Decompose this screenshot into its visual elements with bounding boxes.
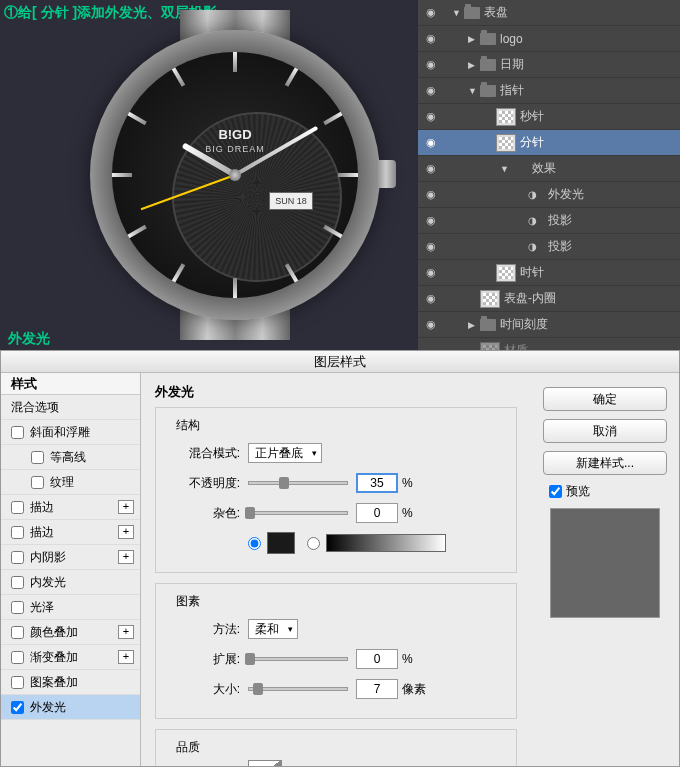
style-checkbox[interactable] [11, 526, 24, 539]
style-checkbox[interactable] [11, 601, 24, 614]
visibility-icon[interactable]: ◉ [422, 32, 440, 45]
visibility-icon[interactable]: ◉ [422, 110, 440, 123]
watch-logo: B!GD [112, 127, 358, 142]
style-list-item[interactable]: 纹理 [1, 470, 140, 495]
preview-label: 预览 [566, 483, 590, 500]
style-list-item[interactable]: 斜面和浮雕 [1, 420, 140, 445]
style-list-item[interactable]: 内发光 [1, 570, 140, 595]
style-item-label: 描边 [30, 520, 54, 545]
style-list-item[interactable]: 颜色叠加+ [1, 620, 140, 645]
style-checkbox[interactable] [11, 576, 24, 589]
style-item-label: 外发光 [30, 695, 66, 720]
visibility-icon[interactable]: ◉ [422, 136, 440, 149]
size-slider[interactable] [248, 687, 348, 691]
expand-arrow[interactable]: ▶ [468, 320, 478, 330]
layer-row[interactable]: ◉◑外发光 [418, 182, 680, 208]
opacity-input[interactable] [356, 473, 398, 493]
glow-gradient[interactable] [326, 534, 446, 552]
layers-panel[interactable]: ◉▼表盘◉▶logo◉▶日期◉▼指针◉秒针◉分针◉▼效果◉◑外发光◉◑投影◉◑投… [418, 0, 680, 350]
style-item-label: 光泽 [30, 595, 54, 620]
visibility-icon[interactable]: ◉ [422, 214, 440, 227]
style-checkbox[interactable] [11, 701, 24, 714]
expand-arrow[interactable]: ▶ [468, 60, 478, 70]
opacity-slider[interactable] [248, 481, 348, 485]
visibility-icon[interactable]: ◉ [422, 188, 440, 201]
noise-input[interactable] [356, 503, 398, 523]
noise-slider[interactable] [248, 511, 348, 515]
add-effect-button[interactable]: + [118, 500, 134, 514]
add-effect-button[interactable]: + [118, 625, 134, 639]
preview-checkbox-row[interactable]: 预览 [549, 483, 667, 500]
style-list-item[interactable]: 外发光 [1, 695, 140, 720]
style-list-item[interactable]: 光泽 [1, 595, 140, 620]
layer-row[interactable]: ◉▶日期 [418, 52, 680, 78]
visibility-icon[interactable]: ◉ [422, 162, 440, 175]
style-checkbox[interactable] [31, 451, 44, 464]
layer-row[interactable]: ◉▶时间刻度 [418, 312, 680, 338]
blend-mode-select[interactable]: 正片叠底 [248, 443, 322, 463]
expand-arrow[interactable]: ▼ [468, 86, 478, 96]
add-effect-button[interactable]: + [118, 650, 134, 664]
ok-button[interactable]: 确定 [543, 387, 667, 411]
preview-checkbox[interactable] [549, 485, 562, 498]
style-list-item[interactable]: 等高线 [1, 445, 140, 470]
visibility-icon[interactable]: ◉ [422, 266, 440, 279]
expand-arrow[interactable]: ▶ [468, 34, 478, 44]
layer-row[interactable]: ◉时针 [418, 260, 680, 286]
style-checkbox[interactable] [11, 426, 24, 439]
visibility-icon[interactable]: ◉ [422, 6, 440, 19]
cancel-button[interactable]: 取消 [543, 419, 667, 443]
style-checkbox[interactable] [11, 501, 24, 514]
gradient-radio[interactable] [307, 537, 320, 550]
layer-row[interactable]: ◉▼指针 [418, 78, 680, 104]
blend-label: 混合模式: [168, 445, 240, 462]
group-quality: 品质 [172, 739, 204, 756]
spread-input[interactable] [356, 649, 398, 669]
layer-row[interactable]: ◉分针 [418, 130, 680, 156]
style-list-item[interactable]: 渐变叠加+ [1, 645, 140, 670]
group-structure: 结构 [172, 417, 204, 434]
size-unit: 像素 [402, 681, 426, 698]
style-list-item[interactable]: 混合选项 [1, 395, 140, 420]
method-select[interactable]: 柔和 [248, 619, 298, 639]
glow-color-swatch[interactable] [267, 532, 295, 554]
new-style-button[interactable]: 新建样式... [543, 451, 667, 475]
contour-swatch[interactable] [248, 760, 282, 766]
visibility-icon[interactable]: ◉ [422, 318, 440, 331]
style-list-item[interactable]: 描边+ [1, 520, 140, 545]
visibility-icon[interactable]: ◉ [422, 84, 440, 97]
noise-label: 杂色: [168, 505, 240, 522]
layer-row[interactable]: ◉▶logo [418, 26, 680, 52]
layer-row[interactable]: ◉秒针 [418, 104, 680, 130]
style-checkbox[interactable] [11, 651, 24, 664]
style-list[interactable]: 样式 混合选项斜面和浮雕等高线纹理描边+描边+内阴影+内发光光泽颜色叠加+渐变叠… [1, 373, 141, 766]
add-effect-button[interactable]: + [118, 550, 134, 564]
style-list-item[interactable]: 描边+ [1, 495, 140, 520]
visibility-icon[interactable]: ◉ [422, 58, 440, 71]
layer-row[interactable]: ◉◑投影 [418, 208, 680, 234]
style-item-label: 等高线 [50, 445, 86, 470]
visibility-icon[interactable]: ◉ [422, 292, 440, 305]
layer-row[interactable]: ◉▼表盘 [418, 0, 680, 26]
style-list-item[interactable]: 图案叠加 [1, 670, 140, 695]
style-list-item[interactable]: 内阴影+ [1, 545, 140, 570]
spread-slider[interactable] [248, 657, 348, 661]
layer-row[interactable]: ◉▼效果 [418, 156, 680, 182]
style-item-label: 图案叠加 [30, 670, 78, 695]
style-item-label: 混合选项 [11, 395, 59, 420]
layer-icon [496, 134, 516, 152]
layer-row[interactable]: ◉表盘-内圈 [418, 286, 680, 312]
settings-title: 外发光 [155, 383, 517, 401]
style-checkbox[interactable] [11, 626, 24, 639]
visibility-icon[interactable]: ◉ [422, 240, 440, 253]
layer-row[interactable]: ◉◑投影 [418, 234, 680, 260]
color-radio[interactable] [248, 537, 261, 550]
add-effect-button[interactable]: + [118, 525, 134, 539]
expand-arrow[interactable]: ▼ [452, 8, 462, 18]
style-checkbox[interactable] [11, 551, 24, 564]
style-checkbox[interactable] [11, 676, 24, 689]
expand-arrow[interactable]: ▼ [500, 164, 510, 174]
folder-icon [464, 7, 480, 19]
style-checkbox[interactable] [31, 476, 44, 489]
size-input[interactable] [356, 679, 398, 699]
